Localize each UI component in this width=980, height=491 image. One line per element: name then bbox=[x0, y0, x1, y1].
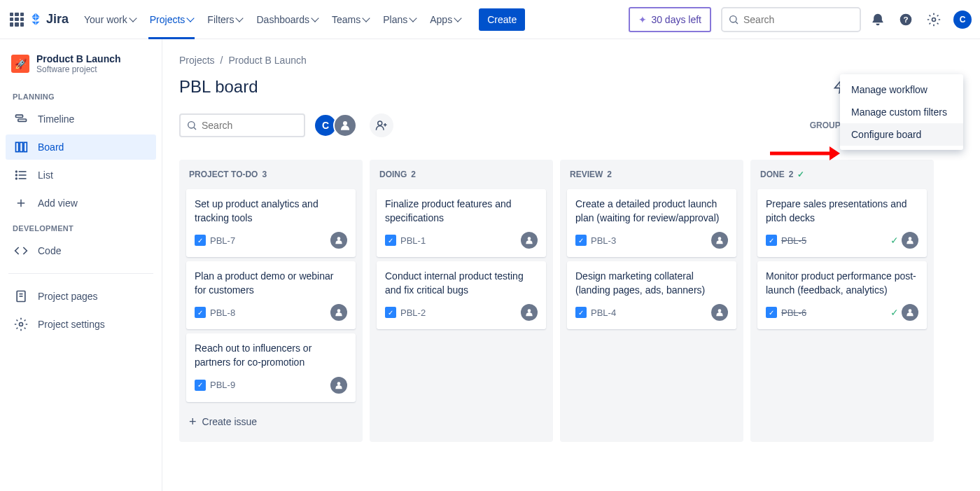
assignee-avatar[interactable] bbox=[711, 232, 728, 249]
app-switcher-icon[interactable] bbox=[8, 11, 25, 28]
sidebar-item-code[interactable]: Code bbox=[6, 238, 156, 263]
card-title: Set up product analytics and tracking to… bbox=[195, 198, 347, 225]
svg-point-34 bbox=[188, 122, 195, 128]
sidebar-item-project-settings[interactable]: Project settings bbox=[6, 312, 156, 337]
nav-item-plans[interactable]: Plans bbox=[376, 8, 423, 31]
issue-card[interactable]: Finalize product features and specificat… bbox=[377, 189, 546, 257]
column-project-to-do: PROJECT TO-DO3Set up product analytics a… bbox=[179, 160, 363, 442]
issue-card[interactable]: Monitor product performance post-launch … bbox=[757, 261, 927, 329]
sidebar-item-add-view[interactable]: Add view bbox=[6, 191, 156, 216]
notifications-icon[interactable] bbox=[867, 8, 889, 31]
project-name: Product B Launch bbox=[36, 53, 121, 64]
board-more-menu: Manage workflow Manage custom filters Co… bbox=[840, 74, 963, 150]
issue-card[interactable]: Reach out to influencers or partners for… bbox=[186, 333, 356, 401]
column-header[interactable]: REVIEW2 bbox=[567, 167, 736, 185]
annotation-arrow bbox=[770, 143, 840, 164]
issue-card[interactable]: Prepare sales presentations and pitch de… bbox=[757, 189, 927, 257]
card-footer: ✓PBL-3 bbox=[575, 232, 728, 249]
card-key[interactable]: ✓PBL-1 bbox=[385, 235, 426, 246]
planning-section-label: PLANNING bbox=[6, 87, 156, 104]
help-icon[interactable]: ? bbox=[895, 8, 917, 31]
chevron-down-icon bbox=[311, 14, 318, 22]
svg-rect-5 bbox=[16, 115, 23, 117]
sidebar-settings-label: Project settings bbox=[38, 319, 105, 330]
project-header[interactable]: 🚀 Product B Launch Software project bbox=[6, 53, 156, 84]
assignee-avatar[interactable] bbox=[330, 232, 347, 249]
issue-type-icon: ✓ bbox=[575, 307, 587, 318]
card-title: Monitor product performance post-launch … bbox=[766, 270, 918, 297]
card-key[interactable]: ✓PBL-5 bbox=[766, 235, 806, 246]
sidebar-item-project-pages[interactable]: Project pages bbox=[6, 284, 156, 309]
svg-rect-8 bbox=[20, 142, 22, 151]
global-search[interactable] bbox=[721, 7, 861, 32]
jira-mark-icon bbox=[28, 12, 43, 27]
issue-card[interactable]: Conduct internal product testing and fix… bbox=[377, 261, 546, 329]
issue-card[interactable]: Create a detailed product launch plan (w… bbox=[567, 189, 736, 257]
breadcrumb-current[interactable]: Product B Launch bbox=[228, 55, 306, 66]
menu-configure-board[interactable]: Configure board bbox=[840, 123, 963, 146]
column-header[interactable]: DONE2✓ bbox=[757, 167, 927, 185]
board-search-input[interactable] bbox=[202, 120, 298, 131]
nav-item-filters[interactable]: Filters bbox=[200, 8, 249, 31]
menu-manage-workflow[interactable]: Manage workflow bbox=[840, 78, 963, 101]
issue-key: PBL-1 bbox=[400, 235, 426, 246]
card-key[interactable]: ✓PBL-6 bbox=[766, 307, 806, 318]
sidebar-item-list[interactable]: List bbox=[6, 162, 156, 188]
board-title: PBL board bbox=[179, 77, 258, 97]
column-header[interactable]: DOING2 bbox=[377, 167, 546, 185]
assignee-avatar[interactable] bbox=[902, 232, 918, 249]
svg-line-35 bbox=[194, 127, 196, 130]
nav-item-apps[interactable]: Apps bbox=[423, 8, 468, 31]
settings-icon[interactable] bbox=[923, 8, 945, 31]
trial-days-button[interactable]: ✦ 30 days left bbox=[629, 7, 711, 32]
card-key[interactable]: ✓PBL-8 bbox=[195, 307, 235, 318]
nav-item-your-work[interactable]: Your work bbox=[77, 8, 143, 31]
nav-item-dashboards[interactable]: Dashboards bbox=[249, 8, 325, 31]
assignee-avatar[interactable] bbox=[521, 304, 538, 321]
issue-key: PBL-2 bbox=[400, 307, 426, 318]
sidebar-item-board[interactable]: Board bbox=[6, 134, 156, 160]
assignee-avatar[interactable] bbox=[521, 232, 538, 249]
assignee-avatar[interactable] bbox=[711, 304, 728, 321]
trial-label: 30 days left bbox=[651, 14, 701, 25]
card-key[interactable]: ✓PBL-2 bbox=[385, 307, 426, 318]
project-type: Software project bbox=[36, 64, 121, 74]
sidebar-divider bbox=[8, 273, 153, 274]
nav-item-teams[interactable]: Teams bbox=[325, 8, 376, 31]
issue-card[interactable]: Design marketing collateral (landing pag… bbox=[567, 261, 736, 329]
card-footer: ✓PBL-9 bbox=[195, 377, 347, 394]
board-search[interactable] bbox=[179, 113, 305, 137]
column-count: 3 bbox=[262, 170, 267, 179]
jira-logo[interactable]: Jira bbox=[28, 12, 69, 27]
timeline-icon bbox=[14, 112, 28, 126]
card-footer: ✓PBL-1 bbox=[385, 232, 538, 249]
card-title: Conduct internal product testing and fix… bbox=[385, 270, 538, 297]
card-title: Finalize product features and specificat… bbox=[385, 198, 538, 225]
issue-card[interactable]: Plan a product demo or webinar for custo… bbox=[186, 261, 356, 329]
sidebar-item-timeline[interactable]: Timeline bbox=[6, 106, 156, 132]
card-title: Prepare sales presentations and pitch de… bbox=[766, 198, 918, 225]
user-avatar[interactable]: C bbox=[953, 11, 972, 29]
create-button[interactable]: Create bbox=[479, 8, 525, 31]
assignee-avatar[interactable] bbox=[330, 377, 347, 394]
global-search-input[interactable] bbox=[743, 14, 854, 25]
breadcrumb-projects[interactable]: Projects bbox=[179, 55, 215, 66]
add-people-button[interactable] bbox=[370, 113, 393, 137]
plus-icon bbox=[14, 196, 28, 210]
create-issue-button[interactable]: +Create issue bbox=[186, 409, 356, 435]
assignee-avatar-unassigned[interactable] bbox=[333, 113, 357, 137]
nav-item-projects[interactable]: Projects bbox=[143, 8, 201, 31]
column-header[interactable]: PROJECT TO-DO3 bbox=[186, 167, 356, 185]
assignee-avatar[interactable] bbox=[330, 304, 347, 321]
issue-type-icon: ✓ bbox=[385, 307, 396, 318]
card-key[interactable]: ✓PBL-3 bbox=[575, 235, 616, 246]
card-key[interactable]: ✓PBL-4 bbox=[575, 307, 616, 318]
issue-card[interactable]: Set up product analytics and tracking to… bbox=[186, 189, 356, 257]
assignee-avatar[interactable] bbox=[902, 304, 918, 321]
card-title: Design marketing collateral (landing pag… bbox=[575, 270, 728, 297]
card-title: Create a detailed product launch plan (w… bbox=[575, 198, 728, 225]
menu-manage-custom-filters[interactable]: Manage custom filters bbox=[840, 101, 963, 123]
card-key[interactable]: ✓PBL-7 bbox=[195, 235, 235, 246]
card-key[interactable]: ✓PBL-9 bbox=[195, 380, 235, 391]
done-check-icon: ✓ bbox=[797, 170, 804, 179]
